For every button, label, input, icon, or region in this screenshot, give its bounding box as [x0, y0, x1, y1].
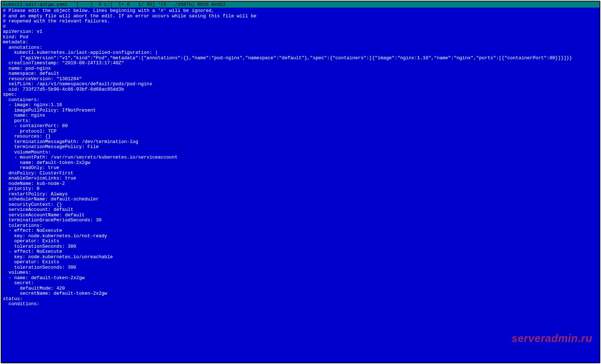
editor-line[interactable]: # reopened with the relevant failures. [3, 19, 598, 24]
editor-line[interactable]: status: [3, 296, 598, 302]
editor-line[interactable]: operator: Exists [3, 239, 598, 244]
editor-line[interactable]: - effect: NoExecute [3, 249, 598, 255]
editor-line[interactable]: restartPolicy: Always [3, 192, 598, 197]
editor-line[interactable]: resources: {} [3, 134, 598, 139]
editor-line[interactable]: metadata: [3, 40, 598, 45]
editor-line[interactable]: # and an empty file will abort the edit.… [3, 14, 598, 19]
editor-line[interactable]: ports: [3, 118, 598, 124]
editor-line[interactable]: nodeName: kub-node-2 [3, 181, 598, 187]
editor-line[interactable]: tolerationSeconds: 300 [3, 244, 598, 250]
editor-line[interactable]: # Please edit the object below. Lines be… [3, 8, 598, 14]
editor-line[interactable]: namespace: default [3, 71, 598, 77]
editor-line[interactable]: readOnly: true [3, 165, 598, 171]
editor-line[interactable]: secretName: default-token-2x2gw [3, 291, 598, 296]
editor-line[interactable]: conditions: [3, 302, 598, 307]
editor-line[interactable]: tolerationSeconds: 300 [3, 265, 598, 270]
editor-line[interactable]: kind: Pod [3, 35, 598, 40]
editor-line[interactable]: securityContext: {} [3, 202, 598, 208]
editor-line[interactable]: key: node.kubernetes.io/unreachable [3, 255, 598, 260]
editor-line[interactable]: containers: [3, 98, 598, 103]
editor-line[interactable]: - name: default-token-2x2gw [3, 276, 598, 281]
editor-line[interactable]: volumeMounts: [3, 150, 598, 155]
editor-line[interactable]: kubectl.kubernetes.io/last-applied-confi… [3, 50, 598, 56]
editor-line[interactable]: creationTimestamp: "2019-09-24T13:17:40Z… [3, 61, 598, 66]
editor-line[interactable]: terminationMessagePath: /dev/termination… [3, 139, 598, 145]
editor-line[interactable]: apiVersion: v1 [3, 29, 598, 35]
editor-line[interactable]: defaultMode: 420 [3, 286, 598, 291]
editor-line[interactable]: operator: Exists [3, 260, 598, 265]
editor-line[interactable]: - containerPort: 80 [3, 124, 598, 129]
editor-line[interactable]: uid: 733f27d5-5b90-4c66-93bf-6d68ac85dd3… [3, 87, 598, 92]
terminal-frame: kubectl-edit-dutgw.yaml [----] 0 L:[ 1+ … [1, 1, 600, 363]
editor-line[interactable]: terminationMessagePolicy: File [3, 144, 598, 150]
editor-line[interactable]: dnsPolicy: ClusterFirst [3, 171, 598, 176]
editor-line[interactable]: spec: [3, 92, 598, 98]
editor-line[interactable]: selfLink: /api/v1/namespaces/default/pod… [3, 82, 598, 87]
editor-line[interactable]: key: node.kubernetes.io/not-ready [3, 234, 598, 239]
editor-line[interactable]: {"apiVersion":"v1","kind":"Pod","metadat… [3, 56, 598, 61]
editor-line[interactable]: serviceAccountName: default [3, 213, 598, 218]
editor-line[interactable]: tolerations: [3, 223, 598, 229]
editor-line[interactable]: protocol: TCP [3, 129, 598, 134]
editor-line[interactable]: # [3, 24, 598, 30]
editor-line[interactable]: imagePullPolicy: IfNotPresent [3, 108, 598, 113]
editor-line[interactable]: enableServiceLinks: true [3, 176, 598, 181]
editor-line[interactable]: volumes: [3, 270, 598, 276]
editor-line[interactable]: - image: nginx:1.16 [3, 103, 598, 108]
editor-line[interactable]: secret: [3, 281, 598, 286]
editor-titlebar: kubectl-edit-dutgw.yaml [----] 0 L:[ 1+ … [1, 1, 600, 8]
editor-line[interactable]: name: nginx [3, 113, 598, 118]
editor-line[interactable]: - mountPath: /var/run/secrets/kubernetes… [3, 155, 598, 160]
editor-body[interactable]: # Please edit the object below. Lines be… [1, 8, 600, 307]
editor-line[interactable]: name: pod-nginx [3, 66, 598, 72]
editor-line[interactable]: serviceAccount: default [3, 207, 598, 213]
editor-line[interactable]: resourceVersion: "1301284" [3, 77, 598, 82]
editor-line[interactable]: name: default-token-2x2gw [3, 160, 598, 166]
editor-line[interactable]: annotations: [3, 45, 598, 51]
editor-line[interactable]: priority: 0 [3, 186, 598, 192]
watermark-label: serveradmin.ru [511, 336, 592, 341]
editor-line[interactable]: schedulerName: default-scheduler [3, 197, 598, 202]
editor-line[interactable]: - effect: NoExecute [3, 228, 598, 234]
editor-line[interactable]: terminationGracePeriodSeconds: 30 [3, 218, 598, 223]
